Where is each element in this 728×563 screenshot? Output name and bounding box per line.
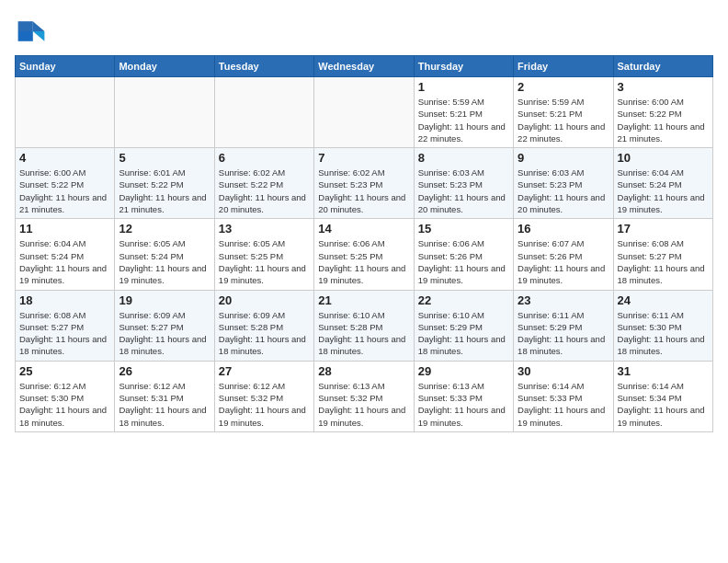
svg-marker-0 — [33, 21, 45, 31]
col-header-thursday: Thursday — [414, 56, 513, 77]
day-number: 14 — [318, 222, 409, 236]
day-info: Sunrise: 6:03 AMSunset: 5:23 PMDaylight:… — [518, 167, 605, 214]
day-info: Sunrise: 6:00 AMSunset: 5:22 PMDaylight:… — [19, 167, 107, 214]
calendar-row-2: 4 Sunrise: 6:00 AMSunset: 5:22 PMDayligh… — [16, 148, 713, 219]
calendar-row-1: 1 Sunrise: 5:59 AMSunset: 5:21 PMDayligh… — [16, 77, 713, 148]
day-number: 13 — [219, 222, 310, 236]
day-number: 21 — [318, 293, 409, 307]
day-number: 17 — [618, 222, 709, 236]
day-info: Sunrise: 6:12 AMSunset: 5:31 PMDaylight:… — [119, 381, 206, 428]
day-info: Sunrise: 6:06 AMSunset: 5:26 PMDaylight:… — [418, 238, 506, 285]
col-header-friday: Friday — [514, 56, 613, 77]
day-number: 12 — [119, 222, 210, 236]
calendar-row-3: 11 Sunrise: 6:04 AMSunset: 5:24 PMDaylig… — [16, 219, 713, 290]
day-info: Sunrise: 6:08 AMSunset: 5:27 PMDaylight:… — [618, 238, 705, 285]
calendar-cell: 21 Sunrise: 6:10 AMSunset: 5:28 PMDaylig… — [314, 290, 414, 361]
day-info: Sunrise: 6:07 AMSunset: 5:26 PMDaylight:… — [518, 238, 605, 285]
svg-rect-2 — [18, 21, 33, 31]
day-number: 9 — [518, 151, 609, 165]
day-number: 23 — [518, 293, 609, 307]
col-header-sunday: Sunday — [16, 56, 115, 77]
day-number: 29 — [418, 364, 509, 378]
day-info: Sunrise: 6:10 AMSunset: 5:28 PMDaylight:… — [318, 310, 405, 357]
calendar-row-4: 18 Sunrise: 6:08 AMSunset: 5:27 PMDaylig… — [16, 290, 713, 361]
calendar-cell: 23 Sunrise: 6:11 AMSunset: 5:29 PMDaylig… — [514, 290, 613, 361]
calendar-cell: 1 Sunrise: 5:59 AMSunset: 5:21 PMDayligh… — [414, 77, 513, 148]
calendar-cell: 29 Sunrise: 6:13 AMSunset: 5:33 PMDaylig… — [414, 361, 513, 431]
day-number: 11 — [19, 222, 110, 236]
calendar-cell — [314, 77, 414, 148]
svg-rect-3 — [18, 31, 33, 41]
day-info: Sunrise: 6:02 AMSunset: 5:23 PMDaylight:… — [318, 167, 405, 214]
day-number: 5 — [119, 151, 210, 165]
day-number: 3 — [618, 80, 709, 94]
calendar-cell: 25 Sunrise: 6:12 AMSunset: 5:30 PMDaylig… — [16, 361, 115, 431]
day-number: 15 — [418, 222, 509, 236]
calendar-cell — [115, 77, 214, 148]
day-number: 7 — [318, 151, 409, 165]
day-info: Sunrise: 6:12 AMSunset: 5:32 PMDaylight:… — [219, 381, 306, 428]
day-info: Sunrise: 6:14 AMSunset: 5:34 PMDaylight:… — [618, 381, 705, 428]
day-number: 18 — [19, 293, 110, 307]
calendar-cell: 9 Sunrise: 6:03 AMSunset: 5:23 PMDayligh… — [514, 148, 613, 219]
day-info: Sunrise: 6:08 AMSunset: 5:27 PMDaylight:… — [19, 310, 107, 357]
day-info: Sunrise: 6:01 AMSunset: 5:22 PMDaylight:… — [119, 167, 206, 214]
day-info: Sunrise: 6:10 AMSunset: 5:29 PMDaylight:… — [418, 310, 506, 357]
page-header — [15, 15, 713, 48]
day-number: 16 — [518, 222, 609, 236]
day-info: Sunrise: 5:59 AMSunset: 5:21 PMDaylight:… — [518, 97, 605, 144]
day-number: 26 — [119, 364, 210, 378]
day-info: Sunrise: 6:03 AMSunset: 5:23 PMDaylight:… — [418, 167, 506, 214]
calendar-cell: 13 Sunrise: 6:05 AMSunset: 5:25 PMDaylig… — [214, 219, 313, 290]
calendar-cell: 18 Sunrise: 6:08 AMSunset: 5:27 PMDaylig… — [16, 290, 115, 361]
calendar-table: SundayMondayTuesdayWednesdayThursdayFrid… — [15, 55, 713, 432]
day-number: 22 — [418, 293, 509, 307]
calendar-cell: 22 Sunrise: 6:10 AMSunset: 5:29 PMDaylig… — [414, 290, 513, 361]
calendar-cell: 4 Sunrise: 6:00 AMSunset: 5:22 PMDayligh… — [16, 148, 115, 219]
col-header-wednesday: Wednesday — [314, 56, 414, 77]
day-number: 25 — [19, 364, 110, 378]
day-number: 2 — [518, 80, 609, 94]
day-info: Sunrise: 6:02 AMSunset: 5:22 PMDaylight:… — [219, 167, 306, 214]
day-info: Sunrise: 6:14 AMSunset: 5:33 PMDaylight:… — [518, 381, 605, 428]
day-number: 24 — [618, 293, 709, 307]
calendar-cell: 17 Sunrise: 6:08 AMSunset: 5:27 PMDaylig… — [613, 219, 712, 290]
calendar-cell — [16, 77, 115, 148]
day-info: Sunrise: 6:13 AMSunset: 5:33 PMDaylight:… — [418, 381, 506, 428]
day-number: 10 — [618, 151, 709, 165]
calendar-cell: 19 Sunrise: 6:09 AMSunset: 5:27 PMDaylig… — [115, 290, 214, 361]
day-info: Sunrise: 6:00 AMSunset: 5:22 PMDaylight:… — [618, 97, 705, 144]
calendar-cell: 14 Sunrise: 6:06 AMSunset: 5:25 PMDaylig… — [314, 219, 414, 290]
calendar-cell: 31 Sunrise: 6:14 AMSunset: 5:34 PMDaylig… — [613, 361, 712, 431]
calendar-cell: 26 Sunrise: 6:12 AMSunset: 5:31 PMDaylig… — [115, 361, 214, 431]
calendar-cell: 10 Sunrise: 6:04 AMSunset: 5:24 PMDaylig… — [613, 148, 712, 219]
day-number: 1 — [418, 80, 509, 94]
day-number: 20 — [219, 293, 310, 307]
day-info: Sunrise: 5:59 AMSunset: 5:21 PMDaylight:… — [418, 97, 506, 144]
day-number: 6 — [219, 151, 310, 165]
day-number: 8 — [418, 151, 509, 165]
calendar-cell: 27 Sunrise: 6:12 AMSunset: 5:32 PMDaylig… — [214, 361, 313, 431]
day-info: Sunrise: 6:09 AMSunset: 5:27 PMDaylight:… — [119, 310, 206, 357]
day-number: 4 — [19, 151, 110, 165]
day-info: Sunrise: 6:04 AMSunset: 5:24 PMDaylight:… — [19, 238, 107, 285]
calendar-cell: 11 Sunrise: 6:04 AMSunset: 5:24 PMDaylig… — [16, 219, 115, 290]
calendar-cell: 28 Sunrise: 6:13 AMSunset: 5:32 PMDaylig… — [314, 361, 414, 431]
day-info: Sunrise: 6:11 AMSunset: 5:30 PMDaylight:… — [618, 310, 705, 357]
calendar-cell: 16 Sunrise: 6:07 AMSunset: 5:26 PMDaylig… — [514, 219, 613, 290]
calendar-cell: 12 Sunrise: 6:05 AMSunset: 5:24 PMDaylig… — [115, 219, 214, 290]
calendar-cell: 7 Sunrise: 6:02 AMSunset: 5:23 PMDayligh… — [314, 148, 414, 219]
day-info: Sunrise: 6:06 AMSunset: 5:25 PMDaylight:… — [318, 238, 405, 285]
day-number: 27 — [219, 364, 310, 378]
day-info: Sunrise: 6:12 AMSunset: 5:30 PMDaylight:… — [19, 381, 107, 428]
day-number: 30 — [518, 364, 609, 378]
calendar-row-5: 25 Sunrise: 6:12 AMSunset: 5:30 PMDaylig… — [16, 361, 713, 431]
logo-icon — [15, 15, 48, 48]
day-info: Sunrise: 6:09 AMSunset: 5:28 PMDaylight:… — [219, 310, 306, 357]
calendar-cell: 30 Sunrise: 6:14 AMSunset: 5:33 PMDaylig… — [514, 361, 613, 431]
calendar-cell: 15 Sunrise: 6:06 AMSunset: 5:26 PMDaylig… — [414, 219, 513, 290]
day-info: Sunrise: 6:13 AMSunset: 5:32 PMDaylight:… — [318, 381, 405, 428]
calendar-cell: 2 Sunrise: 5:59 AMSunset: 5:21 PMDayligh… — [514, 77, 613, 148]
calendar-cell: 3 Sunrise: 6:00 AMSunset: 5:22 PMDayligh… — [613, 77, 712, 148]
svg-marker-1 — [33, 31, 45, 41]
